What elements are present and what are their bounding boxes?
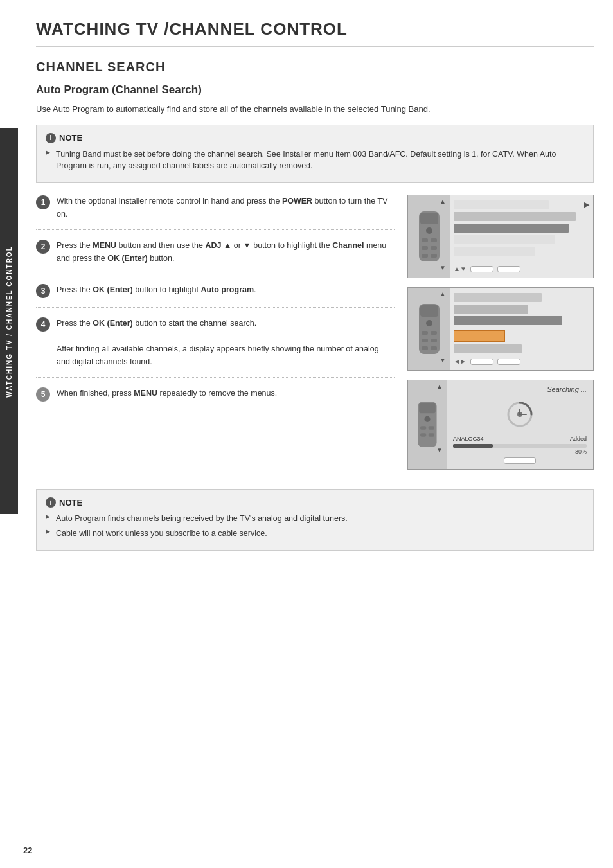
menu-row-2-4 [454, 344, 522, 353]
svg-rect-1 [420, 213, 438, 224]
btn-2-left [470, 359, 493, 365]
intro-text: Use Auto Program to automatically find a… [36, 103, 594, 116]
section-title: CHANNEL SEARCH [36, 60, 594, 75]
note-box-2: i NOTE Auto Program finds channels being… [36, 489, 594, 551]
svg-rect-7 [422, 254, 428, 258]
page-title: WATCHING TV /CHANNEL CONTROL [36, 19, 594, 47]
menu-rows-2 [454, 293, 589, 355]
menu-rows-1 [454, 200, 589, 263]
menu-row-1-3 [454, 224, 569, 233]
step-text-1: With the optional Installer remote contr… [57, 195, 395, 220]
step-item-2: 2 Press the MENU button and then use the… [36, 239, 395, 274]
step-number-2: 2 [36, 240, 50, 254]
svg-rect-13 [431, 331, 437, 335]
step-number-4: 4 [36, 317, 50, 332]
svg-rect-17 [431, 346, 437, 350]
search-progress-area: ANALOG34 Added 30% [453, 436, 587, 455]
orange-highlight-2 [454, 330, 505, 342]
menu-row-1-1 [454, 200, 549, 209]
menu-row-2-2 [454, 305, 528, 314]
svg-rect-8 [431, 254, 437, 258]
menu-bottom-1: ▲▼ [454, 265, 589, 272]
menu-row-1-4 [454, 235, 555, 244]
screenshot-2-screen: ◄► [450, 288, 593, 370]
step-item-5: 5 When finished, press MENU repeatedly t… [36, 387, 395, 411]
nav-indicator-1: ▲▼ [454, 265, 466, 272]
nav-indicator-2: ◄► [454, 358, 466, 365]
svg-rect-16 [422, 346, 428, 350]
down-arrow-3: ▼ [436, 447, 443, 454]
menu-row-2-1 [454, 293, 542, 302]
step-text-2: Press the MENU button and then use the A… [57, 239, 395, 265]
btn-3-center [504, 457, 536, 464]
svg-rect-14 [422, 339, 428, 342]
note-icon-2: i [46, 497, 56, 508]
remote-svg-1 [415, 211, 443, 263]
progress-labels: ANALOG34 Added [453, 436, 587, 442]
svg-rect-23 [420, 433, 426, 436]
svg-rect-3 [422, 238, 428, 242]
up-arrow-2: ▲ [440, 290, 446, 297]
remote-svg-3 [414, 401, 440, 449]
note-box-1: i NOTE Tuning Band must be set before do… [36, 125, 594, 184]
step-item-3: 3 Press the OK (Enter) button to highlig… [36, 283, 395, 308]
spinner-svg [506, 400, 534, 429]
screenshot-1-screen: ▶ ▲▼ [450, 195, 593, 278]
note-item-2-1: Auto Program finds channels being receiv… [46, 513, 584, 525]
page-number: 22 [23, 846, 32, 855]
step-number-5: 5 [36, 387, 50, 402]
channel-label: ANALOG34 [453, 436, 484, 442]
menu-row-2-3 [454, 316, 562, 325]
screenshots-column: ▲ ▼ ▶ ▲▼ [407, 195, 594, 470]
svg-rect-19 [419, 403, 435, 413]
screenshot-2: ▲ ▼ ◄► [407, 287, 594, 371]
screenshot-3-bottom [453, 457, 587, 464]
down-arrow-2: ▼ [440, 357, 446, 364]
note-list-2: Auto Program finds channels being receiv… [46, 513, 584, 540]
step-text-3: Press the OK (Enter) button to highlight… [57, 283, 256, 298]
steps-screenshots-container: 1 With the optional Installer remote con… [36, 195, 594, 470]
progress-bar-wrap [453, 444, 587, 448]
status-label: Added [570, 436, 587, 442]
svg-point-20 [424, 416, 430, 422]
screenshot-1-remote: ▲ ▼ [408, 195, 450, 278]
sidebar-label: WATCHING TV / CHANNEL CONTROL [0, 128, 18, 514]
svg-rect-22 [429, 426, 434, 429]
step-item-1: 1 With the optional Installer remote con… [36, 195, 395, 230]
btn-1-right [497, 266, 520, 272]
step-text-4: Press the OK (Enter) button to start the… [57, 317, 395, 368]
svg-rect-6 [431, 246, 437, 250]
screenshot-3-remote: ▲ ▼ [408, 380, 447, 469]
svg-point-2 [426, 227, 432, 234]
searching-header: Searching ... [453, 385, 587, 393]
note-list-1: Tuning Band must be set before doing the… [46, 148, 584, 173]
up-arrow-3: ▲ [436, 383, 443, 390]
svg-rect-10 [420, 305, 438, 317]
svg-point-11 [426, 320, 432, 326]
note-item-2-2: Cable will not work unless you subscribe… [46, 527, 584, 540]
step-item-4: 4 Press the OK (Enter) button to start t… [36, 317, 395, 378]
btn-1-left [470, 266, 493, 272]
step-number-1: 1 [36, 195, 50, 209]
up-arrow-1: ▲ [440, 198, 446, 205]
svg-rect-15 [431, 339, 437, 342]
progress-percent: 30% [453, 448, 587, 455]
screenshot-3: ▲ ▼ Searching ... [407, 380, 594, 470]
menu-arrow-1: ▶ [584, 200, 589, 209]
screenshot-1: ▲ ▼ ▶ ▲▼ [407, 195, 594, 278]
search-spinner-icon [506, 400, 534, 429]
steps-column: 1 With the optional Installer remote con… [36, 195, 395, 470]
screenshot-3-screen: Searching ... [447, 380, 593, 469]
svg-rect-12 [422, 331, 428, 335]
sub-section-title: Auto Program (Channel Search) [36, 84, 594, 96]
progress-bar-fill [453, 444, 493, 448]
svg-rect-5 [422, 246, 428, 250]
svg-rect-21 [420, 426, 426, 429]
menu-bottom-2: ◄► [454, 358, 589, 365]
remote-svg-2 [415, 304, 443, 355]
svg-rect-4 [431, 238, 437, 242]
step-text-5: When finished, press MENU repeatedly to … [57, 387, 277, 402]
svg-rect-24 [429, 433, 434, 436]
screenshot-2-remote: ▲ ▼ [408, 288, 450, 370]
note-header-2: i NOTE [46, 497, 584, 508]
